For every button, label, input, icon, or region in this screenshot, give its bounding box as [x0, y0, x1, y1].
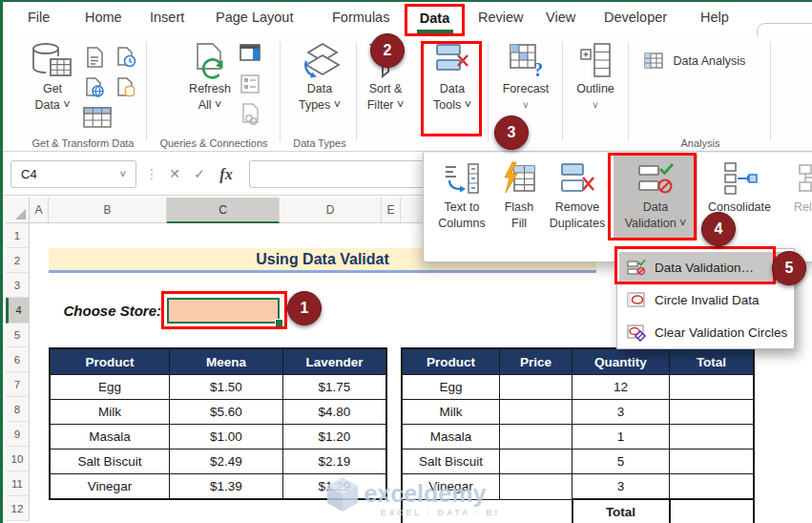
row-header-3[interactable]: 3: [6, 273, 30, 298]
data-validation-button[interactable]: Data Validation ˅: [614, 156, 697, 245]
table-cell[interactable]: Vinegar: [50, 474, 170, 500]
table-cell[interactable]: Masala: [50, 425, 170, 450]
relationships-button[interactable]: Relat: [788, 156, 812, 245]
header-cell[interactable]: Price: [500, 348, 573, 375]
total-value-cell[interactable]: [670, 499, 755, 523]
header-cell[interactable]: Meena: [170, 348, 283, 375]
tab-review[interactable]: Review: [478, 10, 524, 25]
tab-help[interactable]: Help: [700, 10, 729, 25]
table-cell[interactable]: $1.75: [283, 375, 387, 400]
tab-page-layout[interactable]: Page Layout: [216, 10, 293, 25]
row-header-1[interactable]: 1: [6, 223, 30, 248]
table-cell[interactable]: [500, 450, 573, 474]
name-box-chevron-icon[interactable]: ˅: [120, 161, 126, 187]
table-cell[interactable]: [670, 425, 755, 450]
table-cell[interactable]: Egg: [50, 375, 170, 400]
table-cell[interactable]: [670, 450, 755, 474]
choose-store-label[interactable]: Choose Store:: [41, 298, 161, 324]
refresh-all-button[interactable]: [190, 42, 230, 86]
header-cell[interactable]: Total: [670, 348, 755, 375]
fill-handle[interactable]: [275, 319, 283, 327]
existing-connections-button[interactable]: [115, 76, 137, 103]
forecast-button[interactable]: ?: [509, 42, 545, 82]
queries-connections-button[interactable]: [239, 44, 260, 67]
from-table-range-button[interactable]: [83, 107, 112, 132]
table-cell[interactable]: Egg: [402, 375, 500, 400]
table-cell[interactable]: $4.80: [283, 400, 387, 425]
table-cell[interactable]: $2.49: [170, 450, 283, 474]
table-cell[interactable]: $1.39: [170, 474, 283, 500]
outline-button[interactable]: [579, 42, 614, 82]
table-cell[interactable]: 3: [573, 400, 670, 425]
table-cell[interactable]: [500, 375, 573, 400]
menu-item-circle-invalid-data[interactable]: Circle Invalid Data: [619, 284, 792, 316]
menu-item-clear-validation-circles[interactable]: Clear Validation Circles: [619, 317, 792, 348]
table-cell[interactable]: Milk: [402, 400, 500, 425]
tab-developer[interactable]: Developer: [604, 10, 667, 25]
table-cell[interactable]: Milk: [50, 400, 170, 425]
from-text-csv-button[interactable]: [83, 46, 106, 73]
get-data-button[interactable]: [30, 42, 73, 86]
table-cell[interactable]: 3: [573, 474, 670, 500]
menu-item-data-validation[interactable]: Data Validation…: [619, 252, 792, 283]
fx-icon[interactable]: fx: [215, 160, 238, 188]
header-cell[interactable]: Quantity: [573, 348, 670, 375]
header-cell[interactable]: Product: [402, 348, 500, 375]
table-cell[interactable]: Vinegar: [402, 474, 500, 500]
row-header-12[interactable]: 12: [6, 496, 30, 521]
table-cell[interactable]: Salt Biscuit: [402, 450, 500, 474]
tab-file[interactable]: File: [28, 10, 50, 25]
table-cell[interactable]: $5.60: [170, 400, 283, 425]
row-header-4-selected[interactable]: 4: [6, 298, 30, 324]
select-all-corner[interactable]: [6, 198, 30, 223]
row-header-6[interactable]: 6: [6, 347, 30, 372]
table-cell[interactable]: $1.50: [170, 375, 283, 400]
tab-view[interactable]: View: [546, 10, 575, 25]
table-cell[interactable]: Masala: [402, 425, 500, 450]
recent-sources-button[interactable]: [115, 46, 137, 73]
total-label-cell[interactable]: Total: [573, 499, 670, 523]
table-cell[interactable]: Salt Biscuit: [50, 450, 170, 474]
row-header-7[interactable]: 7: [6, 372, 30, 397]
table-cell[interactable]: [500, 400, 573, 425]
data-analysis-button[interactable]: Data Analysis: [644, 52, 745, 70]
column-header-b[interactable]: B: [49, 198, 167, 223]
row-header-10[interactable]: 10: [6, 447, 30, 471]
table-cell[interactable]: [670, 474, 755, 500]
row-header-9[interactable]: 9: [6, 422, 30, 447]
column-header-d[interactable]: D: [280, 198, 382, 223]
edit-links-button[interactable]: [239, 103, 260, 130]
table-cell[interactable]: [500, 474, 573, 500]
name-box[interactable]: C4 ˅: [10, 160, 136, 188]
tab-insert[interactable]: Insert: [150, 10, 184, 25]
table-cell[interactable]: [500, 425, 573, 450]
data-tools-button[interactable]: [434, 42, 470, 80]
column-header-e[interactable]: E: [382, 198, 401, 223]
table-cell[interactable]: $1.29: [283, 474, 387, 500]
cancel-icon[interactable]: ✕: [163, 160, 186, 188]
row-header-8[interactable]: 8: [6, 397, 30, 422]
table-cell[interactable]: 1: [573, 425, 670, 450]
table-cell[interactable]: $1.20: [283, 425, 387, 450]
header-cell[interactable]: Product: [50, 348, 170, 375]
column-header-a[interactable]: A: [30, 198, 49, 223]
properties-button[interactable]: [240, 74, 260, 97]
table-cell[interactable]: 5: [573, 450, 670, 474]
row-header-5[interactable]: 5: [6, 324, 30, 347]
tab-formulas[interactable]: Formulas: [332, 10, 389, 25]
store-input-cell[interactable]: [167, 298, 280, 324]
flash-fill-button[interactable]: Flash Fill: [494, 156, 544, 245]
table-cell[interactable]: $1.00: [170, 425, 283, 450]
from-web-button[interactable]: [83, 76, 106, 103]
tab-home[interactable]: Home: [85, 10, 122, 25]
table-cell[interactable]: [670, 400, 755, 425]
row-header-2[interactable]: 2: [6, 248, 30, 273]
enter-icon[interactable]: ✓: [188, 160, 211, 188]
table-cell[interactable]: [670, 375, 755, 400]
data-types-button[interactable]: [301, 42, 341, 84]
row-header-11[interactable]: 11: [6, 471, 30, 496]
column-header-c-selected[interactable]: C: [167, 198, 280, 223]
table-cell[interactable]: 12: [573, 375, 670, 400]
remove-duplicates-button[interactable]: Remove Duplicates: [540, 156, 614, 245]
table-cell[interactable]: $2.19: [283, 450, 387, 474]
